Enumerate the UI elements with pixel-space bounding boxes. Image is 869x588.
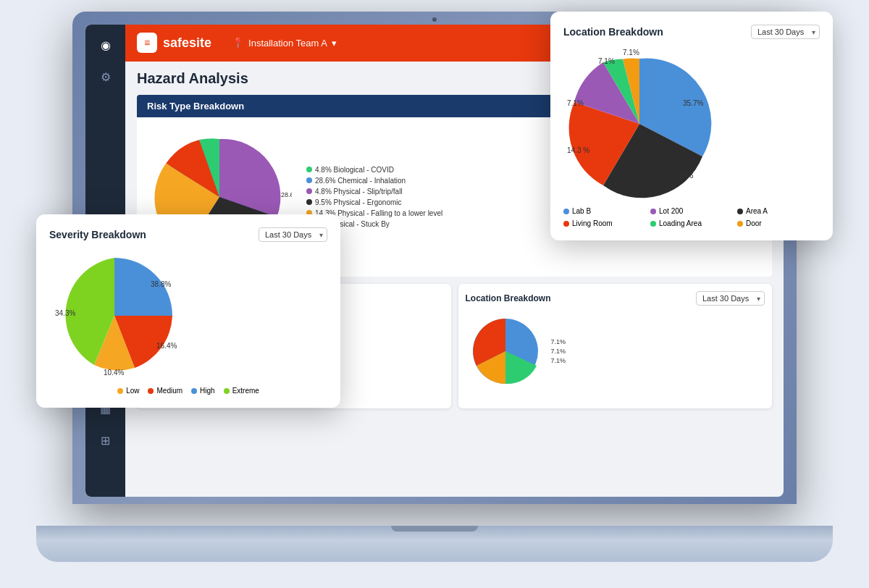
legend-lab-b: Lab B [563,207,646,215]
high-label: High [200,387,215,395]
lab-b-dot [563,209,569,214]
location-pin-icon: 📍 [232,37,244,49]
lab-b-label: Lab B [572,207,591,215]
location-title: Location Breakdown [563,26,663,38]
loading-area-label: Loading Area [659,219,702,227]
location-name: Installation Team A [248,38,327,49]
brand-icon: ≡ [137,33,157,53]
severity-chart-area: 38.8% 16.4% 10.4% 34.3% [49,251,327,381]
brand-logo: ≡ safesite [137,33,211,53]
living-room-label: Living Room [572,219,613,227]
settings-icon[interactable]: ⚙ [93,64,119,90]
low-label: Low [126,387,139,395]
svg-text:35.7%: 35.7% [683,99,703,107]
svg-text:14.3 %: 14.3 % [567,146,589,154]
legend-low: Low [117,387,139,395]
svg-text:7.1%: 7.1% [598,57,615,65]
area-a-dot [737,209,743,214]
risk-label-covid: 4.8% Biological - COVID [306,166,442,174]
legend-door: Door [737,219,820,227]
severity-legend: Low Medium High Extreme [49,387,327,395]
severity-breakdown-card: Severity Breakdown Last 30 Days [36,214,340,408]
location-chevron-icon: ▾ [332,38,337,49]
svg-text:7.1%: 7.1% [567,99,584,107]
location-selector[interactable]: 📍 Installation Team A ▾ [232,37,337,49]
users-icon[interactable]: ⊞ [93,427,119,453]
risk-label-chemical: 28.6% Chemical - Inhalation [306,177,442,185]
laptop-shell: ◉ ⚙ ▦ ⊞ ≡ safesite [36,12,833,576]
bottom-chart-right: Location Breakdown Last 30 Days [458,284,773,408]
risk-label-chemical: 28.6% Chemical - Inhalation [281,191,292,198]
bottom-right-pct-labels: 7.1% 7.1% 7.1% [551,338,566,364]
location-legend: Lab B Lot 200 Area A Living Room Loading… [563,207,820,227]
bottom-chart-right-header: Location Breakdown Last 30 Days [466,291,765,306]
camera-dot [432,17,437,22]
bottom-right-content: 7.1% 7.1% 7.1% [466,311,765,391]
severity-title: Severity Breakdown [49,229,146,240]
medium-label: Medium [156,387,182,395]
svg-text:28.6: 28.6 [679,172,694,180]
bottom-right-pie [466,311,545,391]
page-title: Hazard Analysis [137,70,248,87]
door-label: Door [746,219,762,227]
extreme-label: Extreme [232,387,259,395]
severity-select-wrapper[interactable]: Last 30 Days [259,227,327,242]
medium-dot [148,388,154,394]
area-a-label: Area A [746,207,768,215]
lot200-dot [650,209,656,214]
svg-text:38.8%: 38.8% [151,280,171,288]
location-card-header: Location Breakdown Last 30 Days [563,25,820,39]
risk-label-ergonomic: 9.5% Physical - Ergonomic [306,198,442,206]
bottom-right-dropdown[interactable]: Last 30 Days [696,291,765,306]
severity-card-header: Severity Breakdown Last 30 Days [49,227,327,242]
svg-text:16.4%: 16.4% [156,342,177,350]
legend-lot200: Lot 200 [650,207,733,215]
severity-pie-chart: 38.8% 16.4% 10.4% 34.3% [49,251,180,381]
location-chart-area: 35.7% 28.6 14.3 % 7.1% 7.1% 7.1% [563,48,820,200]
location-breakdown-card: Location Breakdown Last 30 Days [550,12,833,240]
legend-high: High [191,387,215,395]
location-dropdown[interactable]: Last 30 Days [751,25,820,39]
lot200-label: Lot 200 [659,207,683,215]
location-select-wrapper[interactable]: Last 30 Days [751,25,820,39]
location-pie-chart: 35.7% 28.6 14.3 % 7.1% 7.1% 7.1% [563,48,715,200]
bottom-right-select-wrapper[interactable]: Last 30 Days [696,291,765,306]
legend-area-a: Area A [737,207,820,215]
living-room-dot [563,221,569,227]
loading-area-dot [650,221,656,227]
svg-text:34.3%: 34.3% [55,309,75,317]
bottom-right-title: Location Breakdown [466,293,551,303]
dashboard-icon[interactable]: ◉ [93,32,119,58]
extreme-dot [224,388,230,394]
high-dot [191,388,197,394]
legend-extreme: Extreme [224,387,259,395]
brand-name: safesite [163,35,211,51]
legend-living-room: Living Room [563,219,646,227]
laptop-base [36,526,833,562]
svg-text:7.1%: 7.1% [623,49,639,56]
legend-loading-area: Loading Area [650,219,733,227]
door-dot [737,221,743,227]
severity-dropdown[interactable]: Last 30 Days [259,227,327,242]
svg-text:10.4%: 10.4% [104,369,124,377]
risk-label-sliptrip: 4.8% Physical - Slip/trip/fall [306,188,442,196]
low-dot [117,388,123,394]
legend-medium: Medium [148,387,182,395]
